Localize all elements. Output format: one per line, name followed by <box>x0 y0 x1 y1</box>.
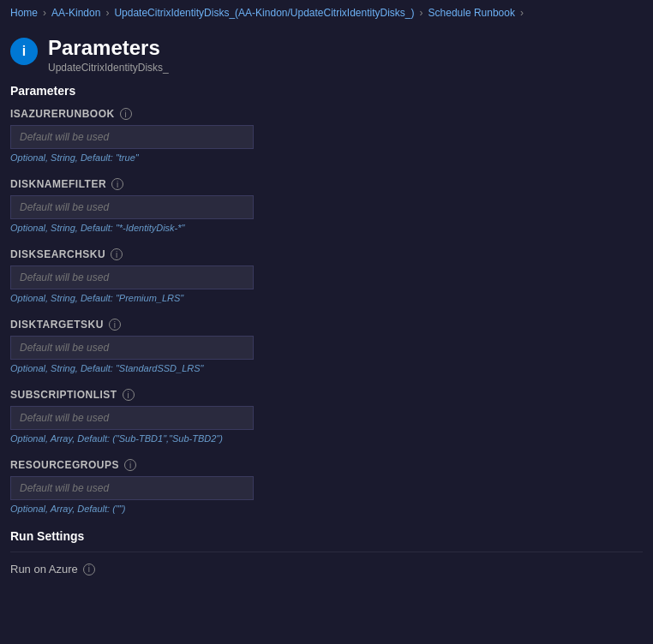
param-info-icon-subscriptionlist[interactable]: i <box>123 389 135 401</box>
param-info-icon-disknamefilter[interactable]: i <box>111 178 123 190</box>
breadcrumb-sep-3: › <box>420 7 423 19</box>
breadcrumb: Home › AA-Kindon › UpdateCitrixIdentityD… <box>0 0 653 26</box>
page-title: Parameters <box>48 36 169 60</box>
param-label-subscriptionlist: SUBSCRIPTIONLIST <box>10 389 117 401</box>
param-hint-isazurerunbook: Optional, String, Default: "true" <box>10 152 643 163</box>
param-block-subscriptionlist: SUBSCRIPTIONLISTiOptional, Array, Defaul… <box>10 389 643 444</box>
param-hint-disktargetsku: Optional, String, Default: "StandardSSD_… <box>10 363 643 373</box>
page-subtitle: UpdateCitrixIdentityDisks_ <box>48 62 169 74</box>
param-label-row-0: ISAZURERUNBOOKi <box>10 108 643 120</box>
param-label-row-1: DISKNAMEFILTERi <box>10 178 643 190</box>
page-title-block: Parameters UpdateCitrixIdentityDisks_ <box>48 36 169 74</box>
param-input-isazurerunbook[interactable] <box>10 125 254 149</box>
param-input-disksearchsku[interactable] <box>10 265 254 289</box>
page-header: i Parameters UpdateCitrixIdentityDisks_ <box>0 26 653 80</box>
breadcrumb-sep-2: › <box>105 7 109 19</box>
param-block-disknamefilter: DISKNAMEFILTERiOptional, String, Default… <box>10 178 643 233</box>
param-block-disktargetsku: DISKTARGETSKUiOptional, String, Default:… <box>10 319 643 373</box>
param-input-disktargetsku[interactable] <box>10 336 254 360</box>
param-hint-disknamefilter: Optional, String, Default: "*-IdentityDi… <box>10 223 643 233</box>
run-settings-divider <box>10 552 643 552</box>
breadcrumb-aa-kindon[interactable]: AA-Kindon <box>51 7 100 19</box>
param-input-disknamefilter[interactable] <box>10 195 254 219</box>
param-input-subscriptionlist[interactable] <box>10 406 254 430</box>
parameters-section-title: Parameters <box>10 84 643 98</box>
param-label-row-2: DISKSEARCHSKUi <box>10 248 643 260</box>
param-info-icon-resourcegroups[interactable]: i <box>124 459 136 471</box>
param-input-resourcegroups[interactable] <box>10 476 254 500</box>
param-info-icon-isazurerunbook[interactable]: i <box>120 108 132 120</box>
param-hint-disksearchsku: Optional, String, Default: "Premium_LRS" <box>10 293 643 303</box>
param-block-disksearchsku: DISKSEARCHSKUiOptional, String, Default:… <box>10 248 643 303</box>
param-block-isazurerunbook: ISAZURERUNBOOKiOptional, String, Default… <box>10 108 643 163</box>
run-on-info-icon[interactable]: i <box>83 564 95 575</box>
run-settings-title: Run Settings <box>10 529 643 543</box>
param-label-isazurerunbook: ISAZURERUNBOOK <box>10 108 115 120</box>
param-hint-resourcegroups: Optional, Array, Default: ("") <box>10 504 643 514</box>
param-block-resourcegroups: RESOURCEGROUPSiOptional, Array, Default:… <box>10 459 643 514</box>
param-label-disktargetsku: DISKTARGETSKU <box>10 319 104 331</box>
param-label-resourcegroups: RESOURCEGROUPS <box>10 459 119 471</box>
param-hint-subscriptionlist: Optional, Array, Default: ("Sub-TBD1","S… <box>10 433 643 444</box>
run-on-row: Run on Azure i <box>10 563 643 575</box>
param-label-disknamefilter: DISKNAMEFILTER <box>10 178 106 190</box>
param-label-row-5: RESOURCEGROUPSi <box>10 459 643 471</box>
content-area: Parameters ISAZURERUNBOOKiOptional, Stri… <box>0 84 653 593</box>
breadcrumb-schedule-runbook[interactable]: Schedule Runbook <box>428 7 515 19</box>
param-info-icon-disksearchsku[interactable]: i <box>111 248 123 260</box>
param-label-disksearchsku: DISKSEARCHSKU <box>10 248 105 260</box>
page-info-icon: i <box>10 38 38 65</box>
breadcrumb-sep-4: › <box>520 7 524 19</box>
breadcrumb-home[interactable]: Home <box>10 7 38 19</box>
run-on-label: Run on Azure <box>10 563 78 575</box>
breadcrumb-runbook[interactable]: UpdateCitrixIdentityDisks_(AA-Kindon/Upd… <box>114 7 414 19</box>
breadcrumb-sep-1: › <box>43 7 46 19</box>
param-info-icon-disktargetsku[interactable]: i <box>109 319 121 331</box>
parameters-container: ISAZURERUNBOOKiOptional, String, Default… <box>10 108 643 514</box>
param-label-row-4: SUBSCRIPTIONLISTi <box>10 389 643 401</box>
param-label-row-3: DISKTARGETSKUi <box>10 319 643 331</box>
